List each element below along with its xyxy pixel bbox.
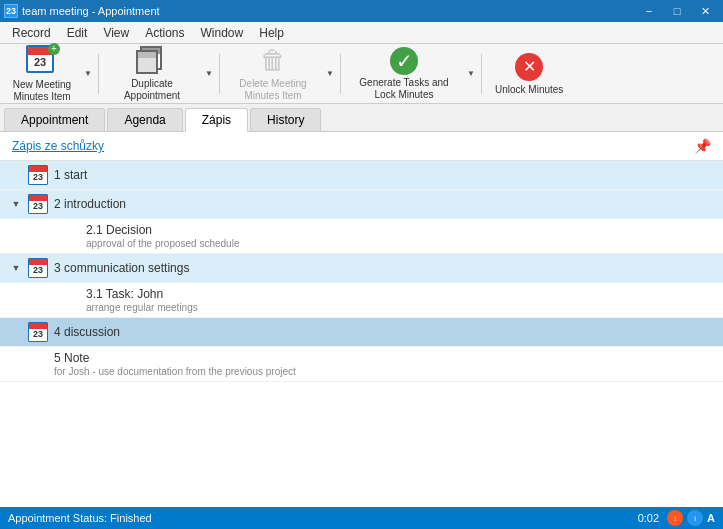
new-meeting-item-arrow[interactable]: ▼ xyxy=(82,54,94,94)
item-1-text: 1 start xyxy=(54,168,87,182)
expand-btn-3[interactable]: ▼ xyxy=(8,260,24,276)
title-bar-left: 23 team meeting - Appointment xyxy=(4,4,160,18)
new-meeting-item-label: New Meeting Minutes Item xyxy=(7,79,77,103)
menu-actions[interactable]: Actions xyxy=(137,24,192,42)
new-meeting-icon: 23 + xyxy=(26,45,58,77)
tree-item-2-1decision[interactable]: ▶ 2.1 Decision approval of the proposed … xyxy=(0,219,723,254)
timer-display: 0:02 xyxy=(638,512,659,524)
minimize-button[interactable]: − xyxy=(635,0,663,22)
generate-tasks-button[interactable]: ✓ Generate Tasks and Lock Minutes xyxy=(345,47,463,101)
cal-icon-4: 23 xyxy=(28,322,48,342)
item-21-text: 2.1 Decision xyxy=(86,223,239,237)
tab-history[interactable]: History xyxy=(250,108,321,131)
duplicate-appointment-button[interactable]: Duplicate Appointment xyxy=(103,47,201,101)
letter-indicator: A xyxy=(707,512,715,524)
unlock-minutes-label: Unlock Minutes xyxy=(495,84,563,96)
item-2-text: 2 introduction xyxy=(54,197,126,211)
tab-zapis[interactable]: Zápis xyxy=(185,108,248,132)
menu-view[interactable]: View xyxy=(95,24,137,42)
app-window: 23 team meeting - Appointment − □ ✕ Reco… xyxy=(0,0,723,529)
separator-1 xyxy=(98,54,99,94)
tabs-bar: Appointment Agenda Zápis History xyxy=(0,104,723,132)
delete-label: Delete Meeting Minutes Item xyxy=(233,78,313,102)
generate-tasks-arrow[interactable]: ▼ xyxy=(465,54,477,94)
duplicate-icon xyxy=(136,46,168,76)
new-meeting-item-button[interactable]: 23 + New Meeting Minutes Item xyxy=(4,47,80,101)
expand-btn-4: ▶ xyxy=(8,324,24,340)
status-icon-2[interactable]: i xyxy=(687,510,703,526)
tab-appointment[interactable]: Appointment xyxy=(4,108,105,131)
dropdown-arrow-icon: ▼ xyxy=(84,69,92,78)
cal-icon-1: 23 xyxy=(28,165,48,185)
close-button[interactable]: ✕ xyxy=(691,0,719,22)
status-text: Appointment Status: Finished xyxy=(8,512,152,524)
expand-btn-21: ▶ xyxy=(40,228,56,244)
status-icon-1[interactable]: ! xyxy=(667,510,683,526)
separator-2 xyxy=(219,54,220,94)
status-left: Appointment Status: Finished xyxy=(8,512,152,524)
dropdown-arrow-3-icon: ▼ xyxy=(326,69,334,78)
tree-item-3comm[interactable]: ▼ 23 3 communication settings xyxy=(0,254,723,283)
separator-3 xyxy=(340,54,341,94)
expand-btn-1: ▶ xyxy=(8,167,24,183)
tab-agenda[interactable]: Agenda xyxy=(107,108,182,131)
tab-content: Zápis ze schůzky 📌 ▶ 23 1 start ▼ xyxy=(0,132,723,507)
duplicate-label: Duplicate Appointment xyxy=(112,78,192,102)
item-5-subtext: for Josh - use documentation from the pr… xyxy=(54,366,296,377)
expand-btn-31: ▶ xyxy=(40,292,56,308)
unlock-minutes-icon: ✕ xyxy=(513,52,545,82)
item-31-subtext: arrange regular meetings xyxy=(86,302,198,313)
delete-arrow[interactable]: ▼ xyxy=(324,54,336,94)
title-bar-controls: − □ ✕ xyxy=(635,0,719,22)
toolbar: 23 + New Meeting Minutes Item ▼ xyxy=(0,44,723,104)
tree-item-3-1task[interactable]: ▶ 3.1 Task: John arrange regular meeting… xyxy=(0,283,723,318)
status-icons: ! i A xyxy=(667,510,715,526)
dropdown-arrow-2-icon: ▼ xyxy=(205,69,213,78)
delete-button[interactable]: 🗑 Delete Meeting Minutes Item xyxy=(224,47,322,101)
link-bar: Zápis ze schůzky 📌 xyxy=(0,132,723,161)
expand-btn-2[interactable]: ▼ xyxy=(8,196,24,212)
generate-tasks-label: Generate Tasks and Lock Minutes xyxy=(354,77,454,101)
menu-window[interactable]: Window xyxy=(193,24,252,42)
item-21-subtext: approval of the proposed schedule xyxy=(86,238,239,249)
delete-icon: 🗑 xyxy=(257,45,289,76)
tree-item-1start[interactable]: ▶ 23 1 start xyxy=(0,161,723,190)
item-5-text: 5 Note xyxy=(54,351,296,365)
tree-item-2introduction[interactable]: ▼ 23 2 introduction xyxy=(0,190,723,219)
menu-edit[interactable]: Edit xyxy=(59,24,96,42)
cal-icon-3: 23 xyxy=(28,258,48,278)
maximize-button[interactable]: □ xyxy=(663,0,691,22)
window-title: team meeting - Appointment xyxy=(22,5,160,17)
tree-item-4discussion[interactable]: ▶ 23 4 discussion xyxy=(0,318,723,347)
item-4-text: 4 discussion xyxy=(54,325,120,339)
pin-icon[interactable]: 📌 xyxy=(694,138,711,154)
menu-record[interactable]: Record xyxy=(4,24,59,42)
status-bar: Appointment Status: Finished 0:02 ! i A xyxy=(0,507,723,529)
expand-btn-5: ▶ xyxy=(8,356,24,372)
app-icon: 23 xyxy=(4,4,18,18)
title-bar: 23 team meeting - Appointment − □ ✕ xyxy=(0,0,723,22)
menu-bar: Record Edit View Actions Window Help xyxy=(0,22,723,44)
separator-4 xyxy=(481,54,482,94)
zapis-link[interactable]: Zápis ze schůzky xyxy=(12,139,104,153)
unlock-minutes-button[interactable]: ✕ Unlock Minutes xyxy=(486,47,572,101)
item-3-text: 3 communication settings xyxy=(54,261,189,275)
status-right: 0:02 ! i A xyxy=(638,510,715,526)
tree-item-5note[interactable]: ▶ 5 Note for Josh - use documentation fr… xyxy=(0,347,723,382)
menu-help[interactable]: Help xyxy=(251,24,292,42)
item-31-text: 3.1 Task: John xyxy=(86,287,198,301)
generate-tasks-icon: ✓ xyxy=(388,47,420,75)
dropdown-arrow-4-icon: ▼ xyxy=(467,69,475,78)
duplicate-arrow[interactable]: ▼ xyxy=(203,54,215,94)
cal-icon-2: 23 xyxy=(28,194,48,214)
tree-list: ▶ 23 1 start ▼ 23 2 introduction xyxy=(0,161,723,382)
